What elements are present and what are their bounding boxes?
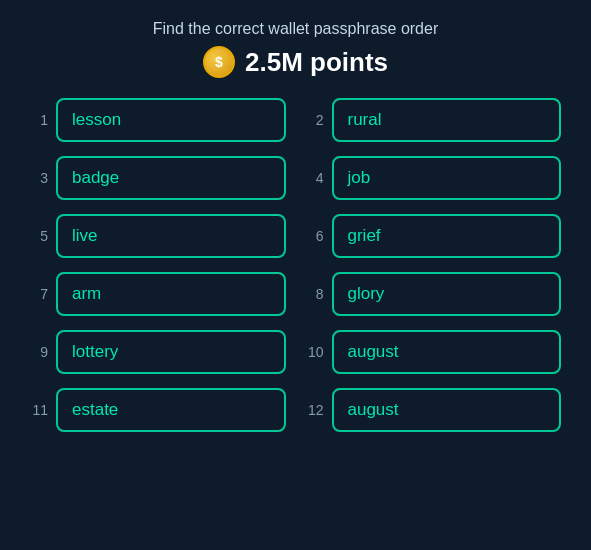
page-title: Find the correct wallet passphrase order <box>153 20 438 38</box>
words-grid: 1lesson2rural3badge4job5live6grief7arm8g… <box>30 98 561 432</box>
word-box-2[interactable]: rural <box>332 98 562 142</box>
word-number: 7 <box>30 286 48 302</box>
word-box-8[interactable]: glory <box>332 272 562 316</box>
word-box-9[interactable]: lottery <box>56 330 286 374</box>
word-box-6[interactable]: grief <box>332 214 562 258</box>
word-number: 11 <box>30 402 48 418</box>
word-number: 6 <box>306 228 324 244</box>
word-item[interactable]: 12august <box>306 388 562 432</box>
word-number: 3 <box>30 170 48 186</box>
points-row: $ 2.5M points <box>203 46 388 78</box>
word-number: 1 <box>30 112 48 128</box>
word-box-1[interactable]: lesson <box>56 98 286 142</box>
word-number: 5 <box>30 228 48 244</box>
word-box-5[interactable]: live <box>56 214 286 258</box>
word-number: 2 <box>306 112 324 128</box>
word-number: 4 <box>306 170 324 186</box>
word-item[interactable]: 3badge <box>30 156 286 200</box>
word-number: 8 <box>306 286 324 302</box>
coin-icon: $ <box>203 46 235 78</box>
word-box-3[interactable]: badge <box>56 156 286 200</box>
word-item[interactable]: 6grief <box>306 214 562 258</box>
word-box-7[interactable]: arm <box>56 272 286 316</box>
word-item[interactable]: 2rural <box>306 98 562 142</box>
word-item[interactable]: 4job <box>306 156 562 200</box>
word-item[interactable]: 10august <box>306 330 562 374</box>
word-box-4[interactable]: job <box>332 156 562 200</box>
word-number: 12 <box>306 402 324 418</box>
word-item[interactable]: 1lesson <box>30 98 286 142</box>
word-item[interactable]: 5live <box>30 214 286 258</box>
word-item[interactable]: 9lottery <box>30 330 286 374</box>
word-item[interactable]: 7arm <box>30 272 286 316</box>
word-box-12[interactable]: august <box>332 388 562 432</box>
word-number: 9 <box>30 344 48 360</box>
word-item[interactable]: 11estate <box>30 388 286 432</box>
word-item[interactable]: 8glory <box>306 272 562 316</box>
word-box-10[interactable]: august <box>332 330 562 374</box>
word-number: 10 <box>306 344 324 360</box>
points-value: 2.5M points <box>245 47 388 78</box>
word-box-11[interactable]: estate <box>56 388 286 432</box>
